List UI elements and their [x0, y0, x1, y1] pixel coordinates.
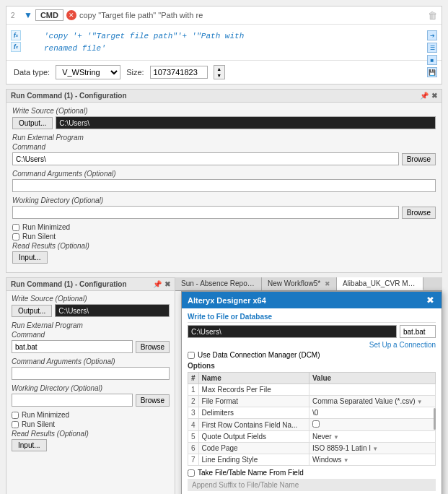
tab-label-0: Sun - Absence Report Automation Decy... — [181, 280, 262, 287]
left-output-input[interactable] — [55, 304, 170, 317]
expand-arrow-icon[interactable]: ▼ — [24, 10, 32, 20]
take-from-field-checkbox[interactable] — [188, 469, 195, 477]
options-value-5[interactable]: ISO 8859-1 Latin I ▼ — [309, 443, 435, 454]
datatype-select[interactable]: V_WString — [56, 65, 120, 79]
browse-button-1[interactable]: Browse — [402, 153, 436, 165]
write-path-input[interactable] — [188, 325, 397, 338]
left-write-source-row: Output... — [12, 304, 170, 317]
left-browse-button-2[interactable]: Browse — [136, 394, 170, 407]
read-results-group: Read Results (Optional) Input... — [12, 242, 436, 264]
left-write-source-label: Write Source (Optional) — [12, 295, 170, 303]
command-label: Command — [12, 143, 436, 151]
options-name-2: Delimiters — [198, 407, 309, 419]
cmd-args-input[interactable] — [12, 179, 436, 192]
left-input-button[interactable]: Input... — [12, 439, 47, 451]
left-panel-title: Run Command (1) - Configuration — [11, 280, 127, 288]
run-silent-checkbox[interactable] — [12, 233, 19, 240]
run-minimized-checkbox[interactable] — [12, 224, 19, 231]
use-dcm-label: Use Data Connection Manager (DCM) — [198, 351, 320, 359]
spinner-up[interactable]: ▲ — [214, 66, 224, 72]
left-run-minimized-checkbox[interactable] — [12, 412, 19, 419]
working-dir-input[interactable] — [12, 206, 399, 219]
formula-area: fx fx 'copy '+ '"Target file path"'+ '"P… — [6, 25, 442, 61]
side-icon-3[interactable]: ■ — [427, 55, 437, 65]
output-input[interactable] — [56, 116, 436, 129]
write-path-suffix-input[interactable] — [400, 325, 436, 338]
write-section-label: Write to File or Database — [188, 313, 436, 323]
tab-close-1[interactable]: ✖ — [325, 280, 330, 287]
fx-icon-1[interactable]: fx — [11, 30, 21, 40]
delete-icon[interactable]: 🗑 — [428, 10, 437, 21]
left-working-dir-group: Working Directory (Optional) Browse — [12, 384, 170, 407]
options-row-1: 2File FormatComma Separated Value (*.csv… — [188, 396, 436, 407]
working-dir-label: Working Directory (Optional) — [12, 196, 436, 204]
spinner-down[interactable]: ▼ — [214, 72, 224, 79]
tab-label-2: Alibaba_UK_CVR Megapay.yxwz* — [343, 280, 423, 287]
options-checkbox-3[interactable] — [312, 420, 320, 428]
options-name-5: Code Page — [198, 443, 309, 454]
close-panel-icon[interactable]: ✖ — [431, 92, 437, 100]
browse-button-2[interactable]: Browse — [402, 207, 436, 219]
side-icon-1[interactable]: ➔ — [427, 30, 437, 40]
options-value-3[interactable] — [309, 419, 435, 431]
append-suffix-label: Append Suffix to File/Table Name — [192, 481, 299, 489]
left-working-dir-input[interactable] — [12, 394, 133, 407]
options-dropdown-arrow-4[interactable]: ▼ — [332, 434, 339, 441]
middle-panel: Run Command (1) - Configuration 📌 ✖ Writ… — [6, 89, 442, 273]
tab-absence-report[interactable]: Sun - Absence Report Automation Decy... … — [175, 277, 262, 290]
alteryx-dialog: Alteryx Designer x64 ✖ Write to File or … — [181, 291, 442, 494]
options-value-1[interactable]: Comma Separated Value (*.csv) ▼ — [309, 396, 435, 407]
cmd-args-label: Command Arguments (Optional) — [12, 170, 436, 178]
options-dropdown-arrow-5[interactable]: ▼ — [371, 446, 378, 452]
left-output-button[interactable]: Output... — [12, 305, 52, 317]
run-silent-label: Run Silent — [22, 233, 56, 240]
write-source-label: Write Source (Optional) — [12, 107, 436, 115]
middle-panel-title: Run Command (1) - Configuration — [11, 92, 127, 100]
options-num-4: 5 — [188, 431, 199, 443]
size-input[interactable] — [150, 66, 208, 79]
left-pin-icon[interactable]: 📌 — [153, 280, 162, 288]
size-label: Size: — [126, 68, 144, 77]
working-dir-group: Working Directory (Optional) Browse — [12, 196, 436, 219]
tab-alibaba[interactable]: Alibaba_UK_CVR Megapay.yxwz* ✖ — [337, 277, 423, 290]
left-close-icon[interactable]: ✖ — [164, 280, 170, 288]
formula-line-1: 'copy '+ '"Target file path"'+ '"Path wi… — [44, 32, 244, 40]
output-button[interactable]: Output... — [12, 117, 53, 129]
command-input[interactable] — [12, 152, 399, 165]
side-icons: ➔ ☰ ■ 💾 — [427, 30, 437, 77]
options-value-4[interactable]: Never ▼ — [309, 431, 435, 443]
left-run-minimized-label: Run Minimized — [22, 411, 69, 419]
pin-icon[interactable]: 📌 — [420, 92, 429, 100]
options-row-0: 1Max Records Per File — [188, 384, 436, 396]
options-name-1: File Format — [198, 396, 309, 407]
top-section: 2 ▼ CMD ✕ copy "Target file path" "Path … — [6, 6, 442, 84]
left-browse-button-1[interactable]: Browse — [136, 341, 170, 353]
setup-connection-link[interactable]: Set Up a Connection — [188, 341, 436, 349]
run-external-label: Run External Program — [12, 134, 436, 142]
use-dcm-row: Use Data Connection Manager (DCM) — [188, 351, 436, 359]
fx-icon-2[interactable]: fx — [11, 42, 21, 52]
size-spinner[interactable]: ▲ ▼ — [214, 65, 225, 79]
left-working-dir-row: Browse — [12, 394, 170, 407]
left-run-silent-checkbox[interactable] — [12, 421, 19, 428]
alteryx-close-button[interactable]: ✖ — [425, 295, 436, 306]
write-source-group: Write Source (Optional) Output... — [12, 107, 436, 129]
side-icon-2[interactable]: ☰ — [427, 43, 437, 53]
options-value-2[interactable]: \0 — [309, 407, 435, 419]
options-dropdown-arrow-1[interactable]: ▼ — [416, 399, 423, 405]
left-cmd-args-input[interactable] — [12, 367, 170, 380]
input-button[interactable]: Input... — [12, 251, 48, 264]
remove-cmd-button[interactable]: ✕ — [66, 10, 76, 20]
options-num-2: 3 — [188, 407, 199, 419]
cmd-label: CMD — [35, 9, 63, 21]
use-dcm-checkbox[interactable] — [188, 352, 195, 359]
left-command-input[interactable] — [12, 340, 133, 353]
side-icon-4[interactable]: 💾 — [427, 67, 437, 77]
options-dropdown-arrow-6[interactable]: ▼ — [342, 457, 349, 464]
options-num-5: 6 — [188, 443, 199, 454]
options-value-6[interactable]: Windows ▼ — [309, 454, 435, 466]
tab-new-workflow[interactable]: New Workflow5* ✖ — [262, 277, 337, 290]
scrollbar-hint[interactable] — [434, 408, 436, 430]
options-value-0[interactable] — [309, 384, 435, 396]
alteryx-title: Alteryx Designer x64 — [188, 296, 266, 305]
